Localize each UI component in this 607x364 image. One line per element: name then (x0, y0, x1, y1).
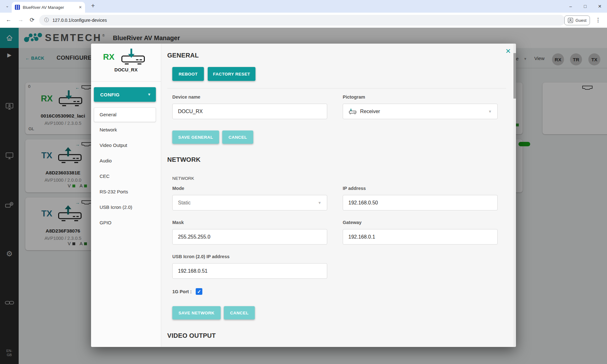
browser-menu-icon[interactable]: ⋮ (595, 17, 601, 23)
modal-device-name: DOCU_RX (91, 67, 161, 72)
general-section-heading: GENERAL (167, 52, 199, 59)
tab-title: BlueRiver AV Manager (23, 5, 77, 10)
url-text: 127.0.0.1/configure-devices (52, 18, 107, 23)
gateway-label: Gateway (343, 220, 362, 225)
one-g-port-row: 1G Port : ✓ (172, 288, 202, 295)
usb-icron-ip-label: USB Icron (2.0) IP address (172, 254, 230, 259)
receiver-device-icon (117, 48, 149, 66)
url-bar[interactable]: ⓘ 127.0.0.1/configure-devices (39, 15, 565, 26)
mask-input[interactable] (172, 229, 327, 245)
guest-profile-button[interactable]: Guest (564, 15, 590, 25)
ip-address-label: IP address (343, 186, 366, 191)
modal-scrollbar[interactable] (513, 44, 516, 347)
menu-item-gpio[interactable]: GPIO (100, 220, 112, 225)
one-g-port-label: 1G Port : (172, 289, 192, 294)
tab-search-caret-icon[interactable]: ⌄ (3, 2, 11, 10)
browser-navbar: ← → ⟳ ⓘ 127.0.0.1/configure-devices Gues… (0, 13, 607, 28)
close-modal-icon[interactable]: ✕ (505, 47, 511, 55)
chevron-down-icon: ▼ (318, 201, 322, 205)
menu-item-network[interactable]: Network (100, 127, 117, 132)
modal-device-type: RX (103, 52, 114, 62)
nav-forward-icon[interactable]: → (18, 16, 23, 23)
guest-avatar-icon (568, 18, 573, 23)
maximize-button[interactable]: □ (578, 0, 592, 13)
save-general-button[interactable]: SAVE GENERAL (172, 130, 219, 144)
app-area: SEMTECH ® BlueRiver AV Manager ▶ (0, 28, 607, 364)
device-name-label: Device name (172, 94, 200, 100)
close-window-button[interactable]: ✕ (592, 0, 607, 13)
reboot-button[interactable]: REBOOT (172, 67, 204, 81)
tab-favicon (15, 5, 20, 10)
modal-scrollbar-thumb[interactable] (513, 53, 516, 99)
device-config-modal: RX DOCU_RX CONFIG ▼ G (91, 44, 516, 347)
network-section-heading: NETWORK (167, 156, 200, 163)
nav-reload-icon[interactable]: ⟳ (30, 16, 34, 23)
modal-content: GENERAL REBOOT FACTORY RESET Device name… (161, 44, 513, 347)
network-sub-heading: NETWORK (172, 176, 194, 181)
pictogram-label: Pictogram (343, 94, 365, 100)
new-tab-button[interactable]: + (91, 2, 95, 9)
menu-item-rs232[interactable]: RS-232 Ports (100, 189, 128, 194)
pictogram-value: Receiver (360, 109, 488, 114)
video-output-section-heading: VIDEO OUTPUT (167, 332, 216, 339)
menu-item-cec[interactable]: CEC (100, 173, 110, 179)
save-network-button[interactable]: SAVE NETWORK (172, 306, 221, 319)
menu-item-video-output[interactable]: Video Output (100, 143, 127, 148)
usb-icron-ip-input[interactable] (172, 263, 327, 279)
nav-back-icon[interactable]: ← (6, 16, 11, 23)
modal-device-header: RX DOCU_RX (91, 44, 161, 82)
tab-close-icon[interactable]: ✕ (79, 5, 82, 9)
gateway-input[interactable] (343, 229, 498, 245)
chevron-down-icon: ▼ (147, 92, 151, 97)
config-dropdown-button[interactable]: CONFIG ▼ (94, 87, 156, 102)
one-g-port-checkbox[interactable]: ✓ (196, 288, 202, 295)
factory-reset-button[interactable]: FACTORY RESET (208, 67, 255, 81)
menu-item-audio[interactable]: Audio (100, 158, 112, 163)
mode-value: Static (178, 200, 318, 206)
screen: ⌄ BlueRiver AV Manager ✕ + – □ ✕ ← → ⟳ ⓘ… (0, 0, 607, 364)
guest-label: Guest (575, 18, 586, 23)
mask-label: Mask (172, 220, 184, 225)
cancel-general-button[interactable]: CANCEL (222, 130, 253, 144)
mode-select[interactable]: Static ▼ (172, 195, 327, 210)
ip-address-input[interactable] (343, 195, 498, 210)
menu-item-general[interactable]: General (94, 107, 156, 122)
pictogram-select[interactable]: Receiver ▼ (343, 104, 498, 119)
cancel-network-button[interactable]: CANCEL (224, 306, 255, 319)
site-info-icon[interactable]: ⓘ (44, 17, 49, 23)
minimize-button[interactable]: – (563, 0, 578, 13)
modal-side-panel: RX DOCU_RX CONFIG ▼ G (91, 44, 161, 347)
mode-label: Mode (172, 186, 184, 191)
receiver-mini-icon (348, 108, 357, 114)
device-name-input[interactable] (172, 104, 327, 119)
section-divider (167, 88, 506, 88)
window-controls: – □ ✕ (563, 0, 607, 13)
chevron-down-icon: ▼ (488, 109, 492, 114)
browser-tab[interactable]: BlueRiver AV Manager ✕ (12, 2, 85, 13)
menu-item-usb-icron[interactable]: USB Icron (2.0) (100, 204, 132, 210)
browser-tab-strip: ⌄ BlueRiver AV Manager ✕ + – □ ✕ (0, 0, 607, 13)
